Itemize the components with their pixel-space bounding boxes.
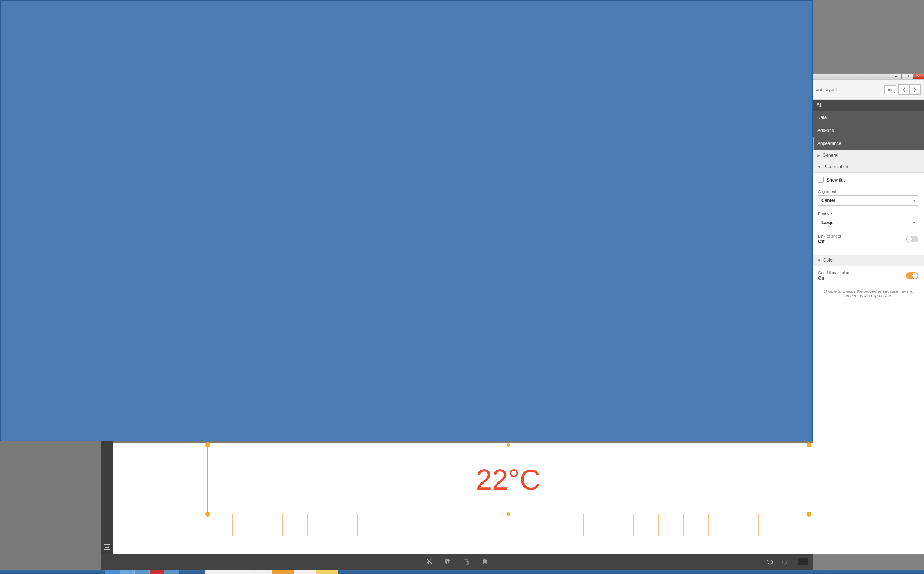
svg-rect-0 [104,545,110,550]
subsection-general[interactable]: ▶ General [813,150,924,161]
section-data[interactable]: Data [813,111,924,124]
svg-rect-4 [446,561,450,564]
color-form: Conditional colors On Unable to change t… [813,266,924,304]
resize-handle-tl[interactable] [205,442,210,447]
svg-rect-3 [446,560,449,563]
panel-header: ard Layout ▾ [813,80,924,100]
copy-icon[interactable] [444,558,452,566]
fontsize-label: Font size [818,211,918,216]
object-id-label: #1 [813,100,924,111]
chevron-right-icon: ▶ [817,153,820,158]
next-button[interactable] [910,85,921,95]
blue-overlay-panel [0,0,812,442]
kpi-value-text: 22°C [208,463,809,497]
alignment-select[interactable]: Center [818,195,918,206]
resize-handle-tm[interactable] [507,443,510,446]
alignment-label: Alignment [818,189,918,194]
svg-rect-7 [888,88,889,91]
fontsize-select[interactable]: Large [818,218,918,228]
subsection-presentation[interactable]: ▼ Presentation [813,161,924,173]
delete-icon[interactable] [481,558,489,566]
maximize-button[interactable]: ❐ [902,74,913,79]
panel-header-title: ard Layout [816,87,885,92]
redo-icon[interactable] [781,558,789,566]
minimize-button[interactable]: ─ [891,74,902,79]
window-titlebar: ─ ❐ ✕ [812,73,924,79]
properties-panel: ard Layout ▾ #1 Data Add-ons Appearance … [812,79,924,554]
cut-icon[interactable] [425,558,433,566]
device-view-icon[interactable] [798,558,808,566]
prev-button[interactable] [899,85,910,95]
section-addons[interactable]: Add-ons [813,124,924,137]
kpi-object-selected[interactable]: 22°C [207,445,809,514]
paste-icon[interactable] [462,558,470,566]
chevron-down-icon: ▼ [817,165,821,169]
conditional-colors-label: Conditional colors [818,271,850,275]
conditional-colors-toggle[interactable] [906,272,918,279]
subsection-color[interactable]: ▼ Color [813,255,924,266]
link-to-sheet-label: Link to sheet [818,234,841,238]
show-title-label: Show title [827,178,846,183]
chevron-down-icon: ▼ [817,258,821,262]
section-appearance[interactable]: Appearance [813,137,924,150]
conditional-colors-value: On [818,276,850,281]
link-to-sheet-toggle[interactable] [906,236,918,242]
editor-bottom-toolbar [102,554,812,569]
svg-rect-8 [890,88,892,91]
close-button[interactable]: ✕ [913,74,924,79]
link-to-sheet-value: Off [818,239,841,244]
show-title-checkbox[interactable] [818,177,823,183]
os-taskbar[interactable] [0,569,924,574]
resize-handle-tr[interactable] [806,442,811,447]
image-gallery-icon[interactable] [104,544,110,550]
color-error-message: Unable to change the properties because … [818,287,918,300]
presentation-form: Show title Alignment Center Font size La… [813,173,924,255]
grid-ticks [207,514,809,540]
undo-icon[interactable] [766,558,774,566]
layout-thumb-dropdown[interactable]: ▾ [885,85,896,94]
